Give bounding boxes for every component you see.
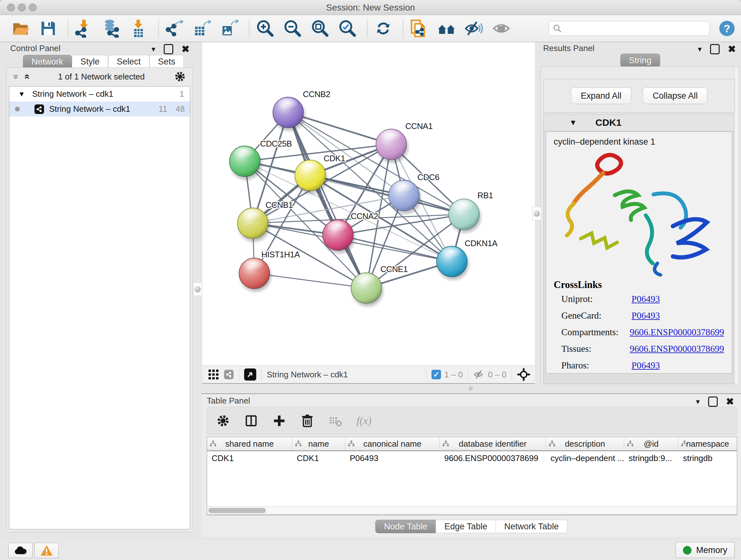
tab-edge-table[interactable]: Edge Table: [435, 520, 495, 533]
network-edge-CCNB2-CCNE1[interactable]: [288, 112, 366, 288]
grid-mode-icon[interactable]: [208, 369, 219, 380]
tab-string[interactable]: String: [620, 54, 660, 67]
zoom-selected-button[interactable]: [338, 18, 357, 38]
network-edge-CCNA2-CDKN1A[interactable]: [338, 235, 452, 261]
expand-all-icon[interactable]: »: [21, 74, 31, 79]
network-node-CCNE1[interactable]: CCNE1: [351, 264, 408, 306]
tab-network-table[interactable]: Network Table: [495, 520, 567, 533]
cell-database-identifier[interactable]: 9606.ENSP00000378699: [440, 453, 546, 463]
horizontal-splitter-handle[interactable]: [468, 386, 473, 391]
gear-icon[interactable]: [216, 414, 230, 428]
cell-name[interactable]: CDK1: [292, 453, 345, 463]
float-panel-icon[interactable]: [710, 44, 720, 54]
column-header-description[interactable]: description: [546, 437, 624, 450]
close-panel-icon[interactable]: ✖: [726, 397, 734, 406]
crosshair-icon[interactable]: [517, 368, 530, 381]
export-image-button[interactable]: [219, 18, 239, 38]
zoom-fit-button[interactable]: [310, 18, 330, 38]
clone-network-button[interactable]: [409, 18, 429, 38]
show-hide-graphics-button[interactable]: [464, 18, 484, 38]
gear-icon[interactable]: [174, 71, 186, 83]
column-header-canonical-name[interactable]: canonical name: [345, 437, 440, 450]
float-panel-icon[interactable]: [708, 396, 718, 407]
panel-menu-icon[interactable]: ▾: [151, 45, 155, 54]
selected-checkbox-icon[interactable]: ✓: [431, 370, 441, 379]
close-panel-icon[interactable]: ✖: [182, 45, 190, 53]
tab-style[interactable]: Style: [72, 55, 108, 68]
warning-status-button[interactable]: [35, 543, 59, 558]
network-row-selected[interactable]: String Network – cdk1 11 48: [9, 102, 190, 117]
table-horizontal-scrollbar[interactable]: [207, 506, 737, 515]
birdseye-view-button[interactable]: [244, 368, 256, 381]
crosslink-pharos[interactable]: P06493: [631, 360, 660, 371]
tab-sets[interactable]: Sets: [149, 55, 184, 68]
network-node-CCNA1[interactable]: CCNA1: [376, 121, 433, 163]
network-graph[interactable]: CCNB2CCNA1CDC25BCDK1CDC6RB1CCNB1CCNA2CDK…: [202, 42, 535, 366]
zoom-in-button[interactable]: [255, 18, 275, 38]
network-node-HIST1H1A[interactable]: HIST1H1A: [239, 250, 300, 292]
string-view-icon[interactable]: [224, 370, 233, 379]
search-input[interactable]: [564, 23, 705, 34]
help-button[interactable]: ?: [719, 21, 735, 36]
results-panel: Results Panel ▾ ✖ String Expand All Coll…: [539, 42, 741, 386]
column-header-name[interactable]: name: [292, 437, 345, 450]
panel-menu-icon[interactable]: ▾: [698, 45, 702, 54]
apply-layout-button[interactable]: [374, 18, 393, 38]
import-network-file-button[interactable]: [74, 18, 94, 38]
left-splitter-handle[interactable]: [193, 283, 202, 296]
first-neighbors-button[interactable]: [436, 18, 456, 38]
cell-description[interactable]: cyclin–dependent ...: [546, 453, 624, 463]
network-edge-HIST1H1A-CCNE1[interactable]: [254, 273, 366, 288]
expand-all-button[interactable]: Expand All: [571, 87, 631, 104]
disclosure-triangle-icon[interactable]: ▼: [18, 90, 25, 98]
column-header-shared-name[interactable]: shared name: [207, 437, 292, 450]
column-type-icon: [549, 440, 556, 447]
network-node-CDKN1A[interactable]: CDKN1A: [436, 239, 498, 280]
save-session-button[interactable]: [38, 18, 58, 38]
cell-shared-name[interactable]: CDK1: [207, 453, 292, 463]
delete-column-icon[interactable]: [300, 414, 314, 428]
tab-network[interactable]: Network: [23, 55, 72, 68]
close-panel-icon[interactable]: ✖: [728, 45, 736, 53]
panel-menu-icon[interactable]: ▾: [696, 397, 700, 406]
cell-canonical-name[interactable]: P06493: [345, 453, 440, 463]
toolbar-separator: [158, 19, 159, 38]
network-node-CCNB2[interactable]: CCNB2: [273, 89, 330, 131]
column-header-namespace[interactable]: namespace: [678, 437, 737, 450]
cloud-status-button[interactable]: [8, 543, 32, 558]
crosslink-uniprot[interactable]: P06493: [631, 294, 660, 304]
column-header-id[interactable]: @id: [624, 437, 678, 450]
tab-node-table[interactable]: Node Table: [375, 520, 435, 533]
memory-button[interactable]: Memory: [676, 542, 735, 558]
network-node-CDK1[interactable]: CDK1: [295, 153, 345, 193]
disclosure-triangle-icon[interactable]: ▼: [569, 118, 577, 127]
cell-namespace[interactable]: stringdb: [678, 453, 737, 463]
open-session-button[interactable]: [11, 18, 30, 38]
export-network-button[interactable]: [165, 18, 185, 38]
create-column-icon[interactable]: [272, 414, 286, 428]
crosslink-tissues[interactable]: 9606.ENSP00000378699: [630, 344, 724, 354]
export-table-button[interactable]: [192, 18, 212, 38]
network-view-canvas[interactable]: CCNB2CCNA1CDC25BCDK1CDC6RB1CCNB1CCNA2CDK…: [202, 42, 535, 366]
protein-card-header[interactable]: ▼ CDK1: [544, 114, 734, 131]
crosslink-compartments[interactable]: 9606.ENSP00000378699: [630, 327, 724, 337]
zoom-out-button[interactable]: [283, 18, 302, 38]
float-panel-icon[interactable]: [164, 44, 173, 54]
import-table-button[interactable]: [129, 18, 149, 38]
tab-select[interactable]: Select: [108, 55, 149, 68]
network-node-CDC6[interactable]: CDC6: [389, 172, 440, 213]
show-columns-icon[interactable]: [244, 414, 258, 428]
level-of-detail-button[interactable]: [491, 18, 511, 38]
crosslink-genecard[interactable]: P06493: [631, 310, 660, 321]
network-node-RB1[interactable]: RB1: [449, 191, 493, 233]
column-header-database-identifier[interactable]: database identifier: [440, 437, 546, 450]
scrollbar-thumb[interactable]: [208, 508, 266, 513]
results-scrollbar[interactable]: [734, 67, 739, 385]
collapse-all-icon[interactable]: »: [11, 74, 22, 79]
network-collection-row[interactable]: ▼ String Network – cdk1 1: [9, 86, 190, 102]
import-network-database-button[interactable]: [102, 18, 121, 38]
collapse-all-button[interactable]: Collapse All: [643, 87, 708, 104]
table-row[interactable]: CDK1 CDK1 P06493 9606.ENSP00000378699 cy…: [207, 451, 737, 465]
right-splitter-handle[interactable]: [532, 207, 541, 220]
cell-id[interactable]: stringdb:9...: [624, 453, 678, 463]
